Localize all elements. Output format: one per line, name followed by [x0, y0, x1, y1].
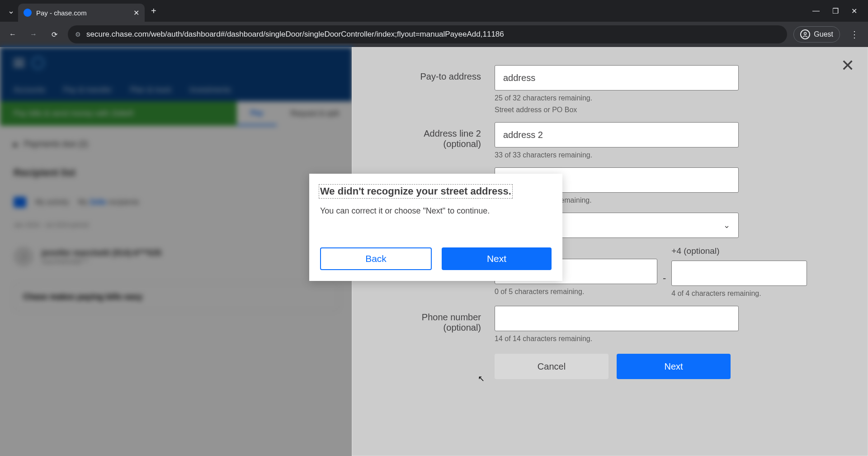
- modal-title: We didn't recognize your street address.: [320, 185, 511, 197]
- chevron-down-icon: ⌄: [723, 220, 730, 230]
- field-phone: Phone number (optional) 14 of 14 charact…: [397, 306, 841, 343]
- tab-close-icon[interactable]: ✕: [133, 9, 139, 17]
- address-bar[interactable]: ⚙ secure.chase.com/web/auth/dashboard#/d…: [68, 25, 787, 43]
- field-address-line-2: Address line 2 (optional) 33 of 33 chara…: [397, 122, 841, 159]
- browser-menu-icon[interactable]: ⋮: [846, 29, 863, 40]
- minimize-icon[interactable]: —: [812, 7, 820, 15]
- pay-to-helper-desc: Street address or PO Box: [495, 106, 739, 114]
- tabs-dropdown-icon[interactable]: ⌄: [4, 4, 18, 18]
- browser-tab[interactable]: Pay - chase.com ✕: [18, 4, 145, 22]
- pay-to-label: Pay-to address: [397, 65, 495, 82]
- pay-to-helper-count: 25 of 32 characters remaining.: [495, 94, 739, 102]
- phone-helper: 14 of 14 characters remaining.: [495, 335, 739, 343]
- zip-plus4-helper: 4 of 4 characters remaining.: [671, 290, 807, 298]
- cancel-button[interactable]: Cancel: [495, 354, 609, 379]
- phone-input[interactable]: [495, 306, 739, 331]
- zip-helper: 0 of 5 characters remaining.: [495, 288, 657, 296]
- nav-reload-icon[interactable]: ⟳: [47, 27, 61, 42]
- page-content: Accounts Pay & transfer Plan & track Inv…: [0, 47, 868, 456]
- modal-back-button[interactable]: Back: [320, 247, 432, 270]
- modal-body: You can correct it or choose "Next" to c…: [320, 206, 552, 216]
- address2-label: Address line 2 (optional): [397, 122, 495, 149]
- site-info-icon[interactable]: ⚙: [75, 31, 81, 38]
- maximize-icon[interactable]: ❐: [832, 7, 839, 15]
- browser-toolbar: ← → ⟳ ⚙ secure.chase.com/web/auth/dashbo…: [0, 22, 868, 47]
- address2-input[interactable]: [495, 122, 739, 147]
- guest-label: Guest: [814, 30, 833, 38]
- nav-forward-icon[interactable]: →: [26, 27, 41, 42]
- tab-title: Pay - chase.com: [36, 9, 129, 17]
- modal-actions: Back Next: [320, 247, 552, 270]
- address-warning-modal: We didn't recognize your street address.…: [309, 174, 562, 281]
- svg-point-0: [804, 33, 807, 35]
- modal-next-button[interactable]: Next: [442, 247, 552, 270]
- site-favicon-icon: [24, 9, 32, 17]
- url-text: secure.chase.com/web/auth/dashboard#/das…: [86, 30, 504, 39]
- address2-helper: 33 of 33 characters remaining.: [495, 151, 739, 159]
- zip-plus4-label: +4 (optional): [671, 246, 807, 256]
- guest-avatar-icon: [800, 29, 810, 39]
- browser-tab-strip: ⌄ Pay - chase.com ✕ + — ❐ ✕: [0, 0, 868, 22]
- close-flyout-icon[interactable]: ✕: [841, 56, 854, 75]
- zip-dash: -: [657, 272, 671, 284]
- nav-back-icon[interactable]: ←: [5, 27, 20, 42]
- window-controls: — ❐ ✕: [812, 7, 864, 15]
- profile-guest-chip[interactable]: Guest: [793, 26, 840, 43]
- phone-label: Phone number (optional): [397, 306, 495, 333]
- flyout-actions: Cancel Next: [495, 354, 841, 379]
- zip-plus4-input[interactable]: [671, 261, 807, 286]
- new-tab-icon[interactable]: +: [151, 6, 156, 16]
- next-button[interactable]: Next: [617, 354, 731, 379]
- field-pay-to-address: Pay-to address 25 of 32 characters remai…: [397, 65, 841, 114]
- close-window-icon[interactable]: ✕: [851, 7, 857, 15]
- pay-to-input[interactable]: [495, 65, 739, 90]
